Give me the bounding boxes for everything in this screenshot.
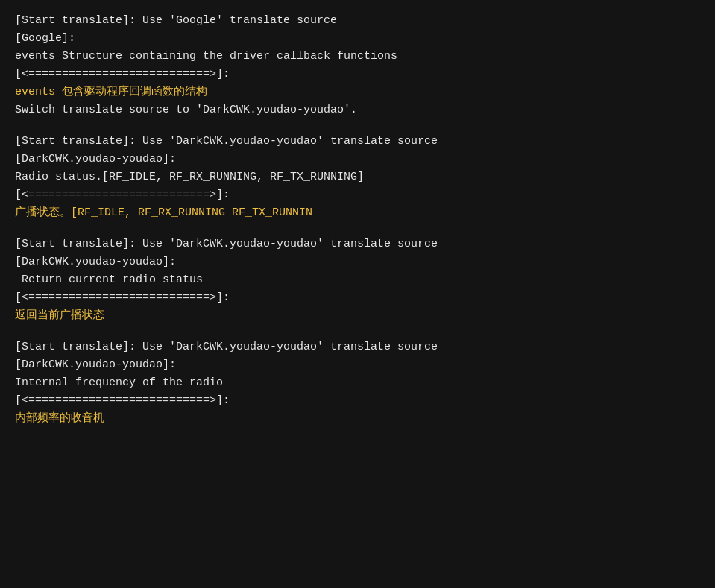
- terminal-block-4: [Start translate]: Use 'DarkCWK.youdao-y…: [15, 338, 700, 428]
- terminal-line-4-1: [Start translate]: Use 'DarkCWK.youdao-y…: [15, 338, 700, 356]
- terminal-line-4-3: Internal frequency of the radio: [15, 374, 700, 392]
- terminal-line-1-5: events 包含驱动程序回调函数的结构: [15, 83, 700, 101]
- terminal-line-3-3: Return current radio status: [15, 271, 700, 289]
- terminal-line-3-5: 返回当前广播状态: [15, 307, 700, 325]
- terminal-line-1-2: [Google]:: [15, 30, 700, 48]
- terminal-block-2: [Start translate]: Use 'DarkCWK.youdao-y…: [15, 133, 700, 222]
- terminal-line-3-1: [Start translate]: Use 'DarkCWK.youdao-y…: [15, 235, 700, 253]
- terminal-line-2-4: [<===========================>]:: [15, 186, 700, 204]
- terminal-block-1: [Start translate]: Use 'Google' translat…: [15, 12, 700, 119]
- terminal-line-3-2: [DarkCWK.youdao-youdao]:: [15, 253, 700, 271]
- terminal-line-2-2: [DarkCWK.youdao-youdao]:: [15, 151, 700, 168]
- terminal-line-1-1: [Start translate]: Use 'Google' translat…: [15, 12, 700, 30]
- terminal-line-3-4: [<===========================>]:: [15, 289, 700, 307]
- terminal-block-3: [Start translate]: Use 'DarkCWK.youdao-y…: [15, 235, 700, 325]
- terminal-line-4-5: 内部频率的收音机: [15, 410, 700, 428]
- terminal-line-2-1: [Start translate]: Use 'DarkCWK.youdao-y…: [15, 133, 700, 151]
- terminal-line-4-4: [<===========================>]:: [15, 392, 700, 410]
- terminal-line-1-6: Switch translate source to 'DarkCWK.youd…: [15, 101, 700, 119]
- terminal-line-4-2: [DarkCWK.youdao-youdao]:: [15, 356, 700, 374]
- terminal-line-2-5: 广播状态。[RF_IDLE, RF_RX_RUNNING RF_TX_RUNNI…: [15, 204, 700, 222]
- terminal-line-1-3: events Structure containing the driver c…: [15, 48, 700, 66]
- terminal-line-1-4: [<===========================>]:: [15, 66, 700, 83]
- terminal-output: [Start translate]: Use 'Google' translat…: [15, 12, 700, 428]
- terminal-line-2-3: Radio status.[RF_IDLE, RF_RX_RUNNING, RF…: [15, 168, 700, 186]
